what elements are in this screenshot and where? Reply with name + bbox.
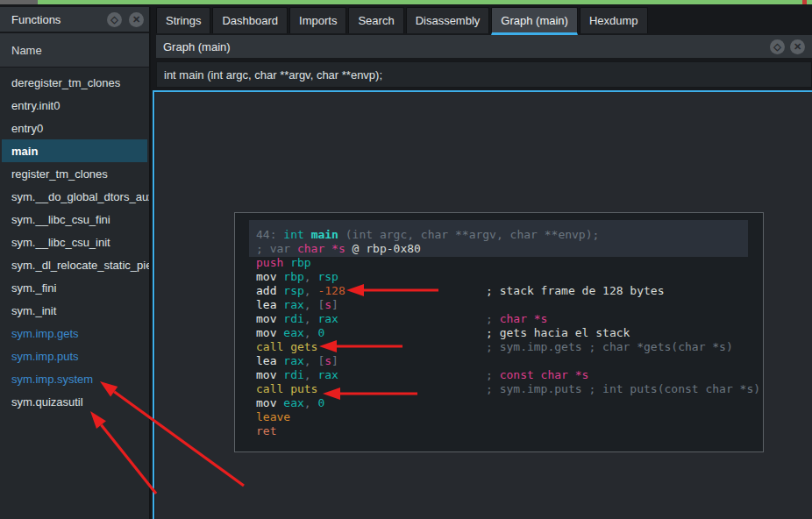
asm-line: leave xyxy=(256,410,763,424)
tab-disassembly[interactable]: Disassembly xyxy=(406,7,490,33)
function-row-sym-init[interactable]: sym._init xyxy=(0,299,149,322)
asm-comment: ; stack frame de 128 bytes xyxy=(486,284,665,298)
asm-line: call gets; sym.imp.gets ; char *gets(cha… xyxy=(256,340,763,354)
tab-hexdump[interactable]: Hexdump xyxy=(580,7,648,33)
disassembly-lines: 44: int main (int argc, char **argv, cha… xyxy=(256,228,763,438)
asm-line: mov rdi, rax; char *s xyxy=(256,312,763,326)
function-row-deregister-tm-clones[interactable]: deregister_tm_clones xyxy=(0,71,149,94)
functions-panel: Functions ◇ ✕ Name deregister_tm_clonese… xyxy=(0,7,151,519)
asm-line: lea rax, [s] xyxy=(256,298,763,312)
top-progress-strip xyxy=(0,0,812,4)
function-row-entry0[interactable]: entry0 xyxy=(0,117,149,139)
function-row-sym-libc-csu-init[interactable]: sym.__libc_csu_init xyxy=(0,231,149,253)
asm-comment: ; sym.imp.puts ; int puts(const char *s) xyxy=(486,382,760,396)
functions-column-header[interactable]: Name xyxy=(0,33,149,68)
function-row-sym-do-global-dtors-aux[interactable]: sym.__do_global_dtors_aux xyxy=(0,185,149,208)
function-row-sym-imp-gets[interactable]: sym.imp.gets xyxy=(0,322,149,345)
disassembly-node-main[interactable]: 44: int main (int argc, char **argv, cha… xyxy=(234,212,764,452)
graph-panel-titlebar: Graph (main) ◇ ✕ xyxy=(156,35,812,60)
functions-panel-title: Functions xyxy=(11,13,107,26)
asm-comment: ; sym.imp.gets ; char *gets(char *s) xyxy=(486,340,733,354)
focus-border-top xyxy=(153,90,812,92)
asm-line: mov rbp, rsp xyxy=(256,270,763,284)
asm-line: mov eax, 0 xyxy=(256,396,763,410)
functions-column-header-label: Name xyxy=(11,44,42,57)
function-row-main[interactable]: main xyxy=(2,139,147,162)
undock-icon[interactable]: ◇ xyxy=(770,39,785,54)
function-row-sym-dl-relocate-static-pie[interactable]: sym._dl_relocate_static_pie xyxy=(0,253,149,276)
asm-comment: ; gets hacia el stack xyxy=(486,326,630,340)
asm-line: lea rax, [s] xyxy=(256,354,763,368)
function-row-sym-libc-csu-fini[interactable]: sym.__libc_csu_fini xyxy=(0,208,149,231)
tab-bar: StringsDashboardImportsSearchDisassembly… xyxy=(156,7,812,35)
asm-line: call puts; sym.imp.puts ; int puts(const… xyxy=(256,382,763,396)
graph-view[interactable]: 44: int main (int argc, char **argv, cha… xyxy=(155,92,812,519)
function-row-sym-quizasutil[interactable]: sym.quizasutil xyxy=(0,390,149,413)
function-row-sym-fini[interactable]: sym._fini xyxy=(0,276,149,299)
tab-search[interactable]: Search xyxy=(348,7,403,33)
asm-comment: ; const char *s xyxy=(486,368,588,382)
function-row-sym-imp-puts[interactable]: sym.imp.puts xyxy=(0,345,149,367)
asm-line: 44: int main (int argc, char **argv, cha… xyxy=(256,228,763,242)
asm-line: add rsp, -128; stack frame de 128 bytes xyxy=(256,284,763,298)
asm-line: ret xyxy=(256,424,763,438)
focus-border-left xyxy=(153,90,154,519)
function-row-sym-imp-system[interactable]: sym.imp.system xyxy=(0,367,149,390)
tab-graph-main[interactable]: Graph (main) xyxy=(491,7,578,35)
functions-list: deregister_tm_clonesentry.init0entry0mai… xyxy=(0,68,149,519)
functions-panel-titlebar: Functions ◇ ✕ xyxy=(0,7,149,33)
function-signature-bar: int main (int argc, char **argv, char **… xyxy=(156,61,812,88)
asm-line: push rbp xyxy=(256,256,763,270)
close-icon[interactable]: ✕ xyxy=(790,39,805,54)
tab-strings[interactable]: Strings xyxy=(156,7,210,33)
function-row-entry-init0[interactable]: entry.init0 xyxy=(0,94,149,117)
graph-panel-title: Graph (main) xyxy=(163,40,770,53)
close-icon[interactable]: ✕ xyxy=(129,12,144,27)
function-signature: int main (int argc, char **argv, char **… xyxy=(164,68,382,82)
asm-line: mov eax, 0; gets hacia el stack xyxy=(256,326,763,340)
undock-icon[interactable]: ◇ xyxy=(107,12,122,27)
tab-dashboard[interactable]: Dashboard xyxy=(212,7,288,33)
asm-comment: ; char *s xyxy=(486,312,547,326)
asm-line: ; var char *s @ rbp-0x80 xyxy=(256,242,763,256)
top-strip-gray-segment xyxy=(0,0,38,4)
asm-line: mov rdi, rax; const char *s xyxy=(256,368,763,382)
function-row-register-tm-clones[interactable]: register_tm_clones xyxy=(0,162,149,185)
tab-imports[interactable]: Imports xyxy=(289,7,346,33)
top-strip-red-marker xyxy=(802,0,807,4)
